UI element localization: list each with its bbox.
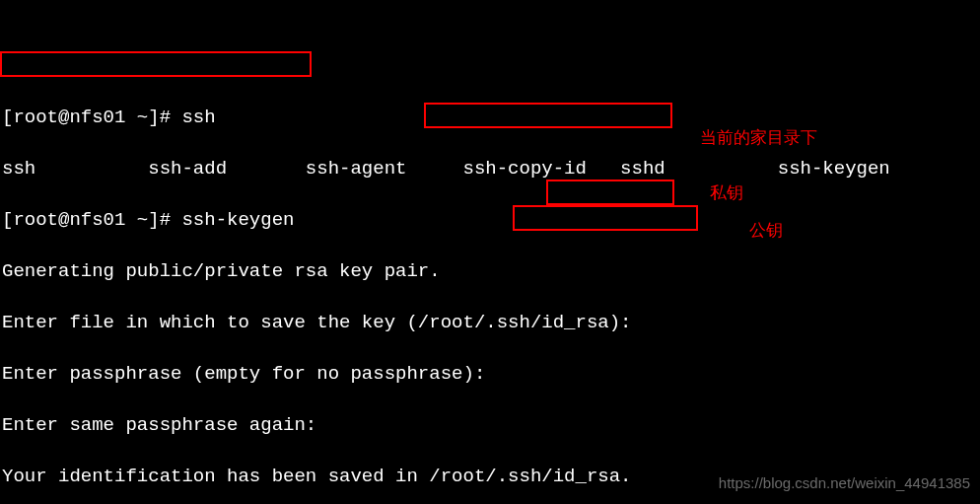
terminal-text: Generating public/private rsa key pair.	[2, 260, 441, 282]
terminal-text: [root@nfs01 ~]# ssh	[2, 107, 216, 128]
terminal-text: Enter passphrase (empty for no passphras…	[2, 363, 485, 385]
terminal-line: Enter same passphrase again:	[2, 412, 980, 438]
annotation-label-private: 私钥	[710, 181, 743, 207]
terminal-line: ssh ssh-add ssh-agent ssh-copy-id sshd s…	[2, 156, 980, 181]
terminal-line: [root@nfs01 ~]# ssh	[2, 105, 980, 130]
terminal-text: Enter same passphrase again:	[2, 414, 316, 436]
terminal-text: [root@nfs01 ~]# ssh-keygen	[2, 209, 294, 231]
terminal-line: Enter file in which to save the key (/ro…	[2, 310, 980, 335]
terminal-line: Enter passphrase (empty for no passphras…	[2, 361, 980, 387]
terminal-line: [root@nfs01 ~]# ssh-keygen	[2, 207, 980, 233]
watermark: https://blog.csdn.net/weixin_44941385	[719, 470, 970, 496]
terminal-line: Generating public/private rsa key pair.	[2, 258, 980, 284]
terminal-text: Enter file in which to save the key (/ro…	[2, 312, 632, 333]
terminal-text: ssh ssh-add ssh-agent ssh-copy-id sshd s…	[2, 158, 924, 180]
terminal-text: Your identification has been saved in /r…	[2, 466, 632, 487]
highlight-box-private-key	[546, 180, 674, 205]
highlight-box-command	[0, 51, 312, 77]
